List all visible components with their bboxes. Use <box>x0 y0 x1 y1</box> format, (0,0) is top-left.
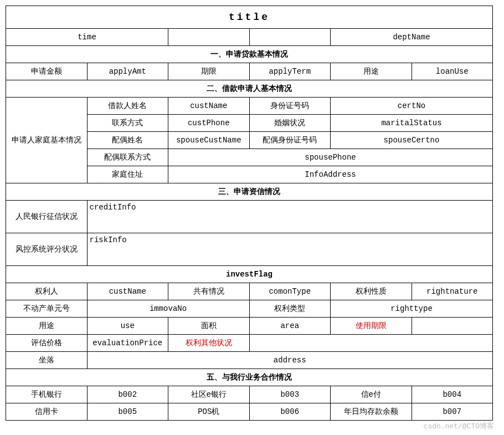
section4-title: investFlag <box>6 266 493 283</box>
label-other-rights: 权利其他状况 <box>168 335 250 352</box>
label-eval-price: 评估价格 <box>6 335 88 352</box>
title-cell: title <box>6 6 493 29</box>
section1-header: 一、申请贷款基本情况 <box>6 46 493 63</box>
section3-r2: 风控系统评分状况 riskInfo <box>6 233 493 266</box>
value-other-rights <box>249 335 493 352</box>
label-area: 面积 <box>168 318 250 335</box>
value-common: comonType <box>249 283 331 300</box>
value-rightnature: rightnature <box>412 283 493 300</box>
section4-r5: 坐落 address <box>6 352 493 369</box>
section4-r3: 用途 use 面积 area 使用期限 <box>6 318 493 335</box>
value-custname: custName <box>168 98 250 115</box>
value-b007: b007 <box>412 403 493 421</box>
label-term: 期限 <box>168 63 250 80</box>
form-table: title time deptName 一、申请贷款基本情况 申请金额 appl… <box>6 6 493 421</box>
meta-empty1 <box>168 29 250 46</box>
watermark: csdn.net/@CTO博客 <box>424 421 494 426</box>
value-term: applyTerm <box>249 63 331 80</box>
label-pos: POS机 <box>168 403 250 421</box>
label-credit-info: 人民银行征信状况 <box>6 201 88 233</box>
value-b006: b006 <box>249 403 331 421</box>
section5-r1: 手机银行 b002 社区e银行 b003 信e付 b004 <box>6 386 493 403</box>
label-immova-no: 不动产单元号 <box>6 300 88 318</box>
value-area: area <box>249 318 331 335</box>
section5-title: 五、与我行业务合作情况 <box>6 369 493 386</box>
label-custphone: 联系方式 <box>87 115 168 132</box>
label-location: 坐落 <box>6 352 88 369</box>
label-common: 共有情况 <box>168 283 250 300</box>
label-apply-amt: 申请金额 <box>6 63 88 80</box>
section4-r2: 不动产单元号 immovaNo 权利类型 righttype <box>6 300 493 318</box>
label-mobile-bank: 手机银行 <box>6 386 88 403</box>
meta-empty2 <box>249 29 331 46</box>
value-location: address <box>87 352 493 369</box>
section4-r4: 评估价格 evaluationPrice 权利其他状况 <box>6 335 493 352</box>
value-purpose: use <box>87 318 168 335</box>
section5-header: 五、与我行业务合作情况 <box>6 369 493 386</box>
label-spouse-name: 配偶姓名 <box>87 132 168 149</box>
value-righttype: righttype <box>331 300 493 318</box>
label-use: 用途 <box>331 63 412 80</box>
section1-title: 一、申请贷款基本情况 <box>6 46 493 63</box>
value-eval-price: evaluationPrice <box>87 335 168 352</box>
label-risk-info: 风控系统评分状况 <box>6 233 88 266</box>
value-spouse-cert: spouseCertno <box>331 132 493 149</box>
label-spouse-cert: 配偶身份证号码 <box>249 132 331 149</box>
value-b004: b004 <box>412 386 493 403</box>
section2-title: 二、借款申请人基本情况 <box>6 80 493 98</box>
value-apply-amt: applyAmt <box>87 63 168 80</box>
section5-r2: 信用卡 b005 POS机 b006 年日均存款余额 b007 <box>6 403 493 421</box>
section4-header: investFlag <box>6 266 493 283</box>
value-b003: b003 <box>249 386 331 403</box>
title-row: title <box>6 6 493 29</box>
section4-r1: 权利人 custName 共有情况 comonType 权利性质 rightna… <box>6 283 493 300</box>
value-use: loanUse <box>412 63 493 80</box>
value-rightholder: custName <box>87 283 168 300</box>
label-righttype: 权利类型 <box>249 300 331 318</box>
value-b002: b002 <box>87 386 168 403</box>
value-marital: maritalStatus <box>331 115 493 132</box>
deptname-cell: deptName <box>331 29 493 46</box>
section2-r1: 申请人家庭基本情况 借款人姓名 custName 身份证号码 certNo <box>6 98 493 115</box>
label-purpose: 用途 <box>6 318 88 335</box>
label-address: 家庭住址 <box>87 166 168 183</box>
label-credit-card: 信用卡 <box>6 403 88 421</box>
label-avg-deposit: 年日均存款余额 <box>331 403 412 421</box>
value-address: InfoAddress <box>168 166 493 183</box>
time-cell: time <box>6 29 168 46</box>
section1-r1: 申请金额 applyAmt 期限 applyTerm 用途 loanUse <box>6 63 493 80</box>
family-rowspan-label: 申请人家庭基本情况 <box>6 98 88 183</box>
section3-header: 三、申请资信情况 <box>6 183 493 201</box>
label-rightholder: 权利人 <box>6 283 88 300</box>
value-use-term <box>412 318 493 335</box>
label-spouse-phone: 配偶联系方式 <box>87 149 168 166</box>
section3-title: 三、申请资信情况 <box>6 183 493 201</box>
value-b005: b005 <box>87 403 168 421</box>
label-rightnature: 权利性质 <box>331 283 412 300</box>
value-risk-info: riskInfo <box>87 233 493 266</box>
label-marital: 婚姻状况 <box>249 115 331 132</box>
value-spouse-phone: spousePhone <box>168 149 493 166</box>
section2-header: 二、借款申请人基本情况 <box>6 80 493 98</box>
meta-row: time deptName <box>6 29 493 46</box>
value-spouse-name: spouseCustName <box>168 132 250 149</box>
value-immova-no: immovaNo <box>87 300 249 318</box>
label-certno: 身份证号码 <box>249 98 331 115</box>
label-use-term: 使用期限 <box>331 318 412 335</box>
label-custname: 借款人姓名 <box>87 98 168 115</box>
value-custphone: custPhone <box>168 115 250 132</box>
value-credit-info: creditInfo <box>87 201 493 233</box>
value-certno: certNo <box>331 98 493 115</box>
section3-r1: 人民银行征信状况 creditInfo <box>6 201 493 233</box>
label-community-bank: 社区e银行 <box>168 386 250 403</box>
label-epay: 信e付 <box>331 386 412 403</box>
